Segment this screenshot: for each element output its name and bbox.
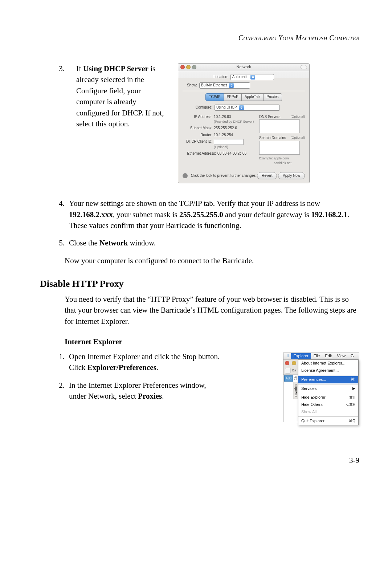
- figure-network-window: Network Location: Automatic Show: Built-…: [178, 63, 310, 183]
- menu-hide-explorer[interactable]: Hide Explorer⌘H: [298, 394, 358, 401]
- subnet-value: 255.255.252.0: [214, 126, 237, 131]
- traffic-minimize-icon[interactable]: [292, 361, 296, 365]
- menu-hide-others[interactable]: Hide Others⌥⌘H: [298, 401, 358, 408]
- heading-disable-http-proxy: Disable HTTP Proxy: [40, 277, 359, 291]
- menu-preferences[interactable]: Preferences...⌘;: [298, 376, 358, 383]
- dns-note: (Optional): [290, 114, 305, 120]
- menu-edit[interactable]: Edit: [322, 353, 334, 359]
- explorer-dropdown: About Internet Explorer... License Agree…: [298, 359, 359, 426]
- traffic-minimize-icon[interactable]: [186, 65, 191, 69]
- tab-appletalk[interactable]: AppleTalk: [241, 93, 264, 101]
- ie2-t1: In the Internet Explorer Preferences win…: [69, 381, 206, 400]
- step4-b1: 192.168.2.xxx: [69, 210, 113, 219]
- ethernet-value: 00:50:e4:00:2c:06: [217, 151, 246, 156]
- tab-tcpip[interactable]: TCP/IP: [205, 93, 224, 101]
- menu-license[interactable]: License Agreement...: [298, 367, 358, 374]
- ie1-t2: .: [156, 363, 158, 372]
- menu-separator: [298, 416, 358, 417]
- address-fragment[interactable]: Add: [284, 375, 293, 382]
- traffic-close-icon[interactable]: [180, 65, 185, 69]
- menu-quit-explorer-label: Quit Explorer: [301, 418, 324, 424]
- menu-preferences-label: Preferences...: [301, 377, 326, 383]
- ie1-b1: Explorer/Preferences: [87, 363, 156, 372]
- apple-menu-icon[interactable]: : [285, 353, 291, 359]
- configure-label: Configure:: [183, 105, 215, 110]
- traffic-zoom-icon[interactable]: [192, 65, 196, 69]
- lock-text: Click the lock to prevent further change…: [191, 174, 257, 178]
- menu-hide-others-label: Hide Others: [301, 402, 323, 408]
- page-header: Configuring Your Macintosh Computer: [40, 33, 359, 43]
- example-label: Example:: [259, 156, 273, 160]
- submenu-arrow-icon: ▶: [352, 386, 355, 391]
- step4-number: 4.: [40, 198, 69, 231]
- dhcp-client-note: (Optional): [214, 145, 244, 150]
- chevron-updown-icon: [229, 83, 234, 88]
- menu-about-ie[interactable]: About Internet Explorer...: [298, 360, 358, 367]
- menu-show-all-label: Show All: [301, 409, 317, 415]
- show-select[interactable]: Built-in Ethernet: [199, 82, 250, 89]
- ip-note: (Provided by DHCP Server): [214, 119, 254, 124]
- location-select[interactable]: Automatic: [230, 74, 274, 80]
- menu-hide-others-sc: ⌥⌘H: [345, 402, 355, 408]
- lock-icon[interactable]: [183, 173, 188, 178]
- subnet-label: Subnet Mask:: [183, 126, 214, 131]
- step4-t2: , your subnet mask is: [113, 210, 179, 219]
- menu-separator: [298, 375, 358, 375]
- window-titlebar: Network: [178, 64, 309, 71]
- step4-text: Your new settings are shown on the TCP/I…: [69, 198, 359, 231]
- ie-step2-text: In the Internet Explorer Preferences win…: [69, 380, 225, 402]
- figure-explorer-menu:  Explorer File Edit View G Ba Add @ Fav…: [283, 353, 359, 422]
- menu-g[interactable]: G: [348, 353, 356, 359]
- menu-file[interactable]: File: [311, 353, 323, 359]
- ie-step1-text: Open Internet Explorer and click the Sto…: [69, 351, 225, 373]
- step5-b1: Network: [99, 239, 128, 247]
- menu-preferences-sc: ⌘;: [351, 377, 355, 382]
- router-value: 10.1.28.254: [214, 133, 233, 138]
- menu-hide-explorer-label: Hide Explorer: [301, 395, 326, 400]
- configure-select[interactable]: Using DHCP: [215, 105, 280, 111]
- step4-b2: 255.255.255.0: [179, 210, 223, 219]
- step4-t3: and your default gateway is: [223, 210, 311, 219]
- chevron-updown-icon: [250, 75, 255, 80]
- tab-proxies[interactable]: Proxies: [263, 93, 282, 101]
- dhcp-client-input[interactable]: [214, 139, 244, 145]
- tabbar: TCP/IP PPPoE AppleTalk Proxies: [183, 93, 305, 101]
- step3-suffix: is already selected in the Configure fie…: [76, 64, 164, 128]
- revert-button[interactable]: Revert: [257, 172, 277, 180]
- search-textarea[interactable]: [259, 141, 300, 155]
- example-value: apple.com earthlink.net: [274, 156, 291, 166]
- toolbar-back-label: Ba: [292, 368, 296, 373]
- menu-quit-explorer-sc: ⌘Q: [349, 419, 355, 424]
- window-title: Network: [178, 64, 309, 70]
- configure-value: Using DHCP: [216, 105, 237, 110]
- step3-prefix: If: [76, 64, 83, 73]
- para-now-configured: Now your computer is configured to conne…: [65, 255, 359, 266]
- ie-step1-number: 1.: [40, 351, 69, 373]
- step4-b3: 192.168.2.1: [311, 210, 347, 219]
- dhcp-client-label: DHCP Client ID:: [183, 139, 214, 144]
- menubar:  Explorer File Edit View G: [283, 353, 359, 360]
- ie2-b1: Proxies: [138, 392, 162, 400]
- menu-explorer[interactable]: Explorer: [291, 353, 311, 359]
- subheading-internet-explorer: Internet Explorer: [65, 336, 359, 347]
- menu-about-ie-label: About Internet Explorer...: [301, 361, 346, 366]
- show-label: Show:: [183, 83, 199, 88]
- menu-services[interactable]: Services▶: [298, 385, 358, 392]
- menu-separator: [298, 393, 358, 393]
- traffic-close-icon[interactable]: [285, 361, 289, 365]
- back-icon[interactable]: [285, 368, 291, 374]
- step3-number: 3.: [40, 63, 69, 74]
- dns-textarea[interactable]: [259, 119, 300, 133]
- ip-value: 10.1.28.83: [214, 114, 254, 120]
- menu-quit-explorer[interactable]: Quit Explorer⌘Q: [298, 418, 358, 425]
- router-label: Router:: [183, 133, 214, 138]
- step4-t1: Your new settings are shown on the TCP/I…: [69, 199, 320, 208]
- ie-step2-number: 2.: [40, 380, 69, 402]
- menu-view[interactable]: View: [334, 353, 348, 359]
- toolbar-toggle-icon[interactable]: [301, 65, 307, 69]
- tab-pppoe[interactable]: PPPoE: [224, 93, 242, 101]
- menu-show-all: Show All: [298, 408, 358, 416]
- apply-now-button[interactable]: Apply Now: [278, 172, 305, 180]
- step5-t1: Close the: [69, 239, 99, 247]
- ethernet-label: Ethernet Address:: [183, 151, 217, 156]
